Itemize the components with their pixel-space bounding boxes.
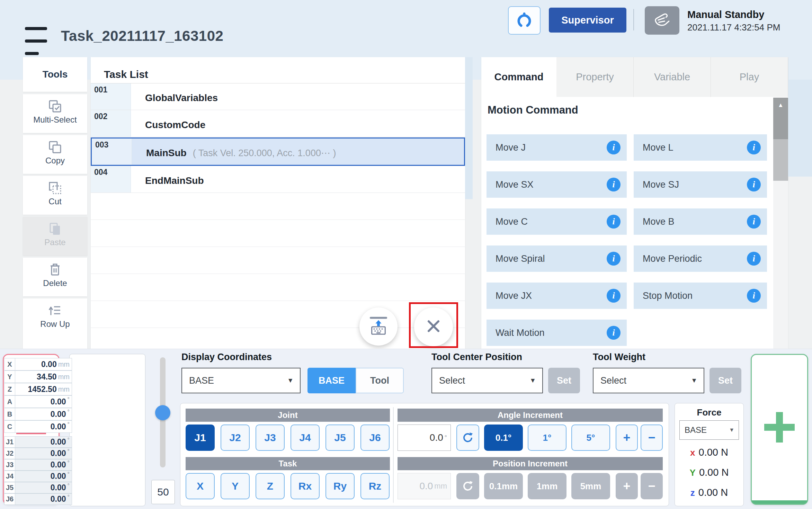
tab-variable[interactable]: Variable [634, 57, 711, 97]
info-icon[interactable]: i [747, 178, 761, 191]
status-timestamp: 2021.11.17 4:32:54 PM [687, 22, 780, 33]
display-coordinates-label: Display Coordinates [181, 352, 272, 363]
tool-item-label: Paste [23, 238, 87, 247]
position-reset-button [456, 473, 479, 499]
tool-center-position-set-button[interactable]: Set [548, 368, 580, 393]
info-icon[interactable]: i [607, 178, 621, 191]
jog-plus-button[interactable] [751, 354, 808, 505]
gripper-tool-button[interactable] [508, 6, 541, 35]
jog-button-j1[interactable]: J1 [186, 425, 215, 451]
info-icon[interactable]: i [747, 289, 761, 303]
keyboard-popup-button[interactable] [359, 307, 398, 346]
joint-header: Joint [186, 409, 390, 422]
tools-item-multi-select[interactable]: Multi-Select [23, 94, 87, 133]
scroll-up-button[interactable]: ▲ [773, 98, 788, 139]
angle-minus-button[interactable]: − [641, 425, 663, 451]
tab-play[interactable]: Play [711, 57, 788, 97]
motion-button-move-spiral[interactable]: Move Spiral i [487, 245, 627, 272]
info-icon[interactable]: i [747, 141, 761, 154]
manual-mode-button[interactable] [645, 6, 679, 35]
info-icon[interactable]: i [747, 215, 761, 229]
angle-increment-input[interactable]: 0.0° [398, 425, 451, 451]
motion-button-move-l[interactable]: Move L i [634, 134, 767, 161]
jog-button-y[interactable]: Y [221, 473, 250, 499]
motion-button-move-j[interactable]: Move J i [487, 134, 627, 161]
rotate-icon [462, 480, 474, 492]
multi-select-icon [47, 98, 63, 114]
position-preset-5mm: 5mm [571, 473, 610, 499]
gripper-icon [515, 11, 533, 30]
tool-item-label: Multi-Select [23, 115, 87, 125]
coord-row-b: B0.00° [4, 408, 72, 420]
tab-command[interactable]: Command [481, 57, 556, 97]
info-icon[interactable]: i [607, 141, 621, 154]
jog-button-z[interactable]: Z [256, 473, 285, 499]
force-z-readout: z0.00 N [675, 487, 744, 498]
teach-pendant-screen: Task_20211117_163102 Supervisor Manual S… [0, 0, 812, 509]
jog-button-ry[interactable]: Ry [325, 473, 355, 499]
tool-item-label: Cut [23, 197, 87, 206]
info-icon[interactable]: i [607, 215, 621, 229]
task-row-001[interactable]: 001 GlobalVariables [91, 83, 465, 110]
motion-button-move-sj[interactable]: Move SJ i [634, 171, 767, 198]
info-icon[interactable]: i [607, 326, 621, 340]
command-scrollbar-thumb[interactable] [773, 139, 788, 181]
tools-item-paste: Paste [23, 217, 87, 256]
jog-button-j6[interactable]: J6 [360, 425, 390, 451]
angle-plus-button[interactable]: + [616, 425, 638, 451]
speed-slider-thumb[interactable] [155, 405, 170, 420]
angle-preset-5[interactable]: 5° [571, 425, 610, 451]
chevron-down-icon: ▼ [529, 377, 536, 384]
toggle-base[interactable]: BASE [307, 368, 356, 393]
angle-preset-1[interactable]: 1° [528, 425, 566, 451]
task-row-number-cell: 003 [92, 139, 132, 165]
motion-button-wait-motion[interactable]: Wait Motion i [487, 320, 627, 346]
display-coordinates-dropdown[interactable]: BASE ▼ [181, 368, 301, 393]
angle-preset-0-1[interactable]: 0.1° [484, 425, 523, 451]
info-icon[interactable]: i [607, 252, 621, 266]
task-list-title: Task List [104, 69, 148, 80]
jog-button-j3[interactable]: J3 [256, 425, 285, 451]
speed-value-box[interactable]: 50 [151, 480, 175, 504]
coord-row-j3: J30.00° [4, 459, 72, 471]
motion-button-stop-motion[interactable]: Stop Motion i [634, 283, 767, 309]
info-icon[interactable]: i [747, 252, 761, 266]
supervisor-button[interactable]: Supervisor [549, 8, 626, 33]
info-icon[interactable]: i [607, 289, 621, 303]
task-row-empty [91, 247, 465, 274]
jog-button-j4[interactable]: J4 [291, 425, 320, 451]
motion-button-move-jx[interactable]: Move JX i [487, 283, 627, 309]
task-row-003-selected[interactable]: 003 MainSub( Task Vel. 250.000, Acc. 1.0… [91, 137, 465, 166]
tool-weight-dropdown[interactable]: Select ▼ [593, 368, 704, 393]
toggle-tool[interactable]: Tool [356, 368, 404, 393]
motion-button-move-c[interactable]: Move C i [487, 208, 627, 235]
position-preset-1mm: 1mm [528, 473, 566, 499]
task-row-004[interactable]: 004 EndMainSub [91, 166, 465, 193]
coord-row-j6: J60.00° [4, 493, 72, 505]
rotate-icon [462, 431, 474, 444]
motion-command-title: Motion Command [488, 104, 578, 116]
motion-button-move-sx[interactable]: Move SX i [487, 171, 627, 198]
jog-button-x[interactable]: X [186, 473, 215, 499]
tool-center-position-dropdown[interactable]: Select ▼ [431, 368, 543, 393]
tools-item-row-up[interactable]: Row Up [23, 298, 87, 349]
force-frame-dropdown[interactable]: BASE ▼ [679, 420, 739, 440]
tools-item-cut[interactable]: Cut [23, 176, 87, 215]
jog-button-j2[interactable]: J2 [221, 425, 250, 451]
jog-button-rz[interactable]: Rz [360, 473, 390, 499]
page-title: Task_20211117_163102 [61, 28, 223, 44]
tab-property[interactable]: Property [556, 57, 634, 97]
tools-item-copy[interactable]: Copy [23, 135, 87, 174]
jog-button-j5[interactable]: J5 [325, 425, 355, 451]
motion-button-move-periodic[interactable]: Move Periodic i [634, 245, 767, 272]
tools-item-delete[interactable]: Delete [23, 258, 87, 296]
task-row-empty [91, 193, 465, 220]
angle-reset-button[interactable] [456, 425, 479, 451]
tool-weight-set-button[interactable]: Set [710, 368, 741, 393]
hamburger-menu-icon[interactable] [25, 27, 47, 56]
task-row-002[interactable]: 002 CustomCode [91, 110, 465, 137]
jog-button-rx[interactable]: Rx [291, 473, 320, 499]
position-plus-button: + [616, 473, 638, 499]
header-divider [633, 9, 634, 30]
motion-button-move-b[interactable]: Move B i [634, 208, 767, 235]
